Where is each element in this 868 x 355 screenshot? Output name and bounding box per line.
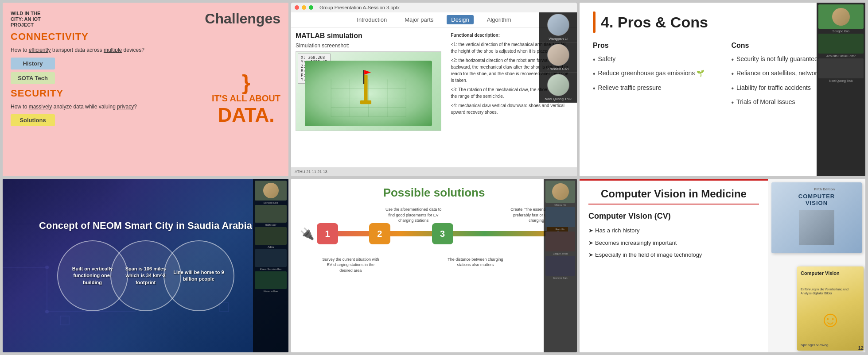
matlab-screenshot: X: 368.268Y: -1652.45Z: 33.794R: 0.000P:…	[296, 51, 441, 131]
orange-accent-bar	[593, 12, 596, 33]
neom-title: Concept of NEOM Smart City in Saudia Ara…	[39, 220, 252, 232]
cv-left-content: Computer Vision in Medicine Computer Vis…	[580, 179, 768, 352]
avatar-face-3	[547, 74, 569, 96]
pros-item-2: • Reduce greenhouse gas emissions 🌱	[593, 69, 714, 79]
avatar-face-1	[547, 27, 569, 36]
step1-bottom-desc: Survey the current situation with EV cha…	[319, 257, 383, 274]
panel5-face-1	[552, 183, 569, 200]
nav-buttons: History SOTA Tech	[11, 58, 207, 84]
presenter-name-1: Songbo Koo	[818, 30, 864, 33]
tab-design[interactable]: Design	[447, 15, 473, 24]
panel4-avatar-2	[255, 205, 287, 223]
solutions-title: Possible solutions	[300, 186, 568, 200]
venn-diagram: Built on vertically functioning one-buil…	[12, 240, 280, 311]
solutions-inner: Possible solutions Use the aforementione…	[291, 179, 577, 352]
avatar-name-2: Franszin Can	[548, 67, 569, 71]
avatar-1: Wangpan Li	[539, 27, 577, 42]
section-title: 4. Pros & Cons	[601, 14, 708, 31]
avatar-name-1: Wangpan Li	[549, 37, 567, 41]
step3-bottom-desc: The distance between charging stations a…	[444, 257, 508, 274]
tab-introduction[interactable]: Introduction	[352, 15, 391, 24]
avatar-3: Noel Quong Truk	[539, 73, 577, 103]
bottom-descs: Survey the current situation with EV cha…	[300, 257, 568, 274]
presenter-face	[832, 8, 850, 26]
progress-bar: 1 2 3 4	[317, 231, 568, 236]
participant-3	[818, 58, 864, 78]
matlab-content: MATLAB simulation Simulation screenshot:…	[291, 27, 577, 167]
bottom-status-bar: ATHU 21 11 21 13	[291, 167, 577, 176]
book-cover-2: Computer Vision Einführung in die Verarb…	[797, 266, 864, 351]
top-descs: Use the aforementioned data to find good…	[300, 207, 568, 224]
book1-edition: Fifth Edition	[798, 187, 835, 191]
participant-2	[818, 34, 864, 54]
book2-title: Computer Vision	[801, 270, 860, 276]
panel4-name-1: Songbo Koo	[255, 201, 287, 204]
avatar-face-2	[547, 44, 569, 66]
bullet-dot-c1: •	[732, 55, 734, 65]
left-column: CONNECTIVITY How to efficiently transpor…	[11, 31, 207, 168]
section-header: 4. Pros & Cons	[593, 12, 852, 33]
tab-major-parts[interactable]: Major parts	[400, 15, 438, 24]
pros-text-3: Relieve traffic pressure	[598, 84, 662, 93]
panel5-name-3: Ladjun Zhou	[545, 252, 575, 255]
arrow-3: ➤	[588, 251, 593, 259]
func-desc-4: <4: mechanical claw vertical downward sh…	[451, 102, 572, 116]
panel-matlab: Group Presentation A-Session 3.pptx Intr…	[291, 3, 577, 176]
panel4-face-1	[263, 183, 279, 198]
matlab-inner: Introduction Major parts Design Algorith…	[291, 12, 577, 176]
book2-publisher: Springer Vieweg	[801, 343, 860, 347]
book1-title-line2: VISION	[798, 200, 835, 206]
matlab-sim-title: MATLAB simulation	[296, 32, 441, 40]
svg-rect-10	[360, 100, 371, 104]
minimize-dot[interactable]	[302, 5, 306, 10]
func-desc-title: Functional description:	[451, 33, 500, 38]
data-text: DATA.	[218, 105, 274, 125]
window-title: Group Presentation A-Session 3.pptx	[319, 5, 400, 10]
step-3-box: 3	[432, 223, 453, 244]
venn-text-3: Line will be home to 9 billion people	[171, 269, 226, 283]
panel5-avatar-4	[545, 256, 575, 276]
close-dot[interactable]	[295, 5, 299, 10]
cv-bullet-text-2: Becomes increasingly important	[595, 239, 677, 247]
right-column: } IT'S ALL ABOUT DATA.	[212, 31, 280, 168]
presenter-video	[818, 4, 864, 29]
pros-text-1: Safety	[598, 55, 616, 64]
sota-button[interactable]: SOTA Tech	[11, 72, 55, 84]
cv-main-title: Computer Vision in Medicine	[588, 188, 759, 205]
book1-title-line1: COMPUTER	[798, 193, 835, 200]
panel3-avatars: Songbo Koo Acousta Facial Editor Noel Qu…	[817, 3, 865, 176]
svg-marker-12	[364, 70, 371, 75]
matlab-left: MATLAB simulation Simulation screenshot:…	[291, 27, 446, 167]
pros-title: Pros	[593, 42, 714, 50]
svg-rect-21	[60, 316, 69, 325]
matlab-nav: Introduction Major parts Design Algorith…	[291, 12, 577, 27]
avatar-2: Franszin Can	[539, 42, 577, 73]
cv-bullet-3: ➤ Especially in the field of image techn…	[588, 251, 759, 259]
book2-character: ☺	[801, 306, 860, 332]
bullet-dot-c2: •	[732, 69, 734, 79]
cv-bullet-text-1: Has a rich history	[595, 226, 639, 235]
cons-text-3: Liability for traffic accidents	[736, 84, 811, 93]
panel5-name-4: Kiereyo Fan	[545, 277, 575, 279]
bullet-dot-c3: •	[732, 84, 734, 93]
panel5-sidebar: Qhera Flo Ruiz Pic Ladjun Zhou Kiereyo F…	[544, 179, 577, 352]
cons-text-2: Reliance on satellites, networks	[736, 69, 823, 78]
challenges-title: Challenges	[205, 11, 280, 27]
panel-pros-cons: 4. Pros & Cons Pros • Safety • Reduce gr…	[580, 3, 865, 176]
history-button[interactable]: History	[11, 58, 55, 69]
cons-text-1: Security is not fully guaranteed	[736, 55, 821, 64]
pros-item-1: • Safety	[593, 55, 714, 65]
cv-bullet-2: ➤ Becomes increasingly important	[588, 239, 759, 247]
panel5-avatar-1	[545, 181, 575, 203]
panel-computer-vision: Computer Vision in Medicine Computer Vis…	[580, 179, 865, 352]
window-bar: Group Presentation A-Session 3.pptx	[291, 3, 577, 12]
step2-top-desc: Use the aforementioned data to find good…	[382, 207, 445, 224]
solutions-button[interactable]: Solutions	[11, 114, 55, 126]
cv-subtitle: Computer Vision (CV)	[588, 212, 759, 221]
bullet-dot-2: •	[593, 69, 596, 79]
pros-column: Pros • Safety • Reduce greenhouse gas em…	[593, 42, 714, 112]
tab-algorithm[interactable]: Algorithm	[483, 15, 516, 24]
maximize-dot[interactable]	[309, 5, 313, 10]
matlab-sub-title: Simulation screenshot:	[296, 42, 441, 49]
cons-text-4: Trials of Moral Issues	[736, 98, 795, 107]
